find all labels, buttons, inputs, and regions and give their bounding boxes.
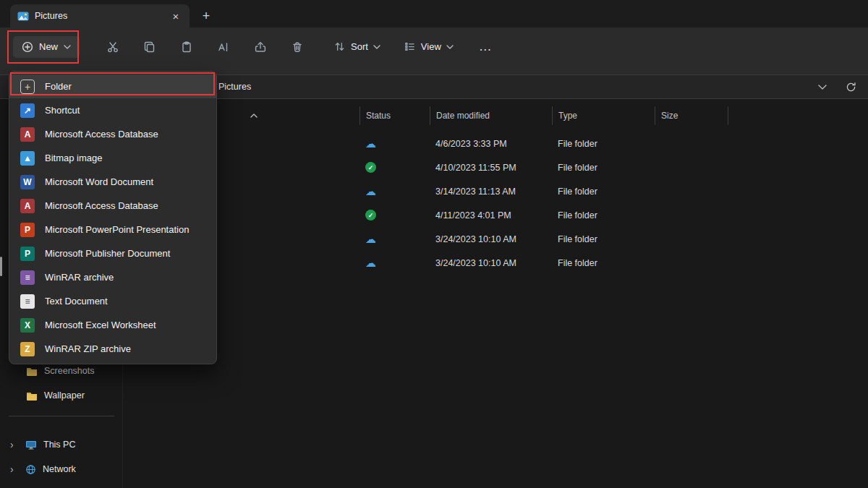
cell-type: File folder bbox=[552, 258, 655, 268]
sidebar-item-label: Network bbox=[43, 464, 76, 474]
column-header-size[interactable]: Size bbox=[655, 106, 728, 125]
file-explorer-window: Pictures × + New bbox=[0, 0, 868, 488]
file-list-panel: Status Date modified Type Size ☁ 4/6/202… bbox=[123, 99, 868, 488]
paste-button[interactable] bbox=[172, 34, 201, 60]
sidebar-item-wallpaper[interactable]: Wallpaper bbox=[0, 384, 122, 407]
menu-item[interactable]: P Microsoft PowerPoint Presentation bbox=[9, 218, 216, 241]
sidebar-item-label: Screenshots bbox=[44, 366, 94, 376]
sidebar-item-network[interactable]: › Network bbox=[0, 458, 122, 481]
cut-icon bbox=[106, 40, 119, 53]
refresh-icon[interactable] bbox=[846, 82, 856, 93]
rename-icon bbox=[217, 40, 230, 53]
column-header-type[interactable]: Type bbox=[552, 106, 655, 125]
copy-icon bbox=[143, 40, 156, 53]
file-row[interactable]: ☁ 3/14/2023 11:13 AM File folder bbox=[123, 179, 868, 203]
menu-item[interactable]: + Folder bbox=[9, 74, 216, 98]
view-icon bbox=[404, 40, 416, 53]
new-button[interactable]: New bbox=[13, 36, 80, 58]
file-row[interactable]: ✓ 4/11/2023 4:01 PM File folder bbox=[123, 203, 868, 227]
cell-date-modified: 4/11/2023 4:01 PM bbox=[430, 210, 552, 221]
cell-date-modified: 3/24/2023 10:10 AM bbox=[430, 258, 552, 268]
cell-status: ☁ bbox=[359, 234, 430, 245]
text-document-icon: ≡ bbox=[20, 294, 35, 309]
sidebar-item-label: Wallpaper bbox=[44, 390, 85, 401]
sidebar-item-label: This PC bbox=[43, 440, 75, 450]
cloud-status-icon: ☁ bbox=[365, 138, 376, 150]
cell-type: File folder bbox=[552, 234, 655, 244]
menu-item[interactable]: P Microsoft Publisher Document bbox=[9, 241, 216, 265]
see-more-button[interactable]: … bbox=[472, 34, 498, 60]
menu-item[interactable]: Z WinRAR ZIP archive bbox=[9, 337, 216, 361]
file-row[interactable]: ☁ 3/24/2023 10:10 AM File folder bbox=[123, 227, 868, 251]
cell-date-modified: 4/6/2023 3:33 PM bbox=[430, 139, 552, 149]
new-menu: + Folder ↗ Shortcut A Microsoft Access D… bbox=[9, 71, 217, 364]
menu-item[interactable]: ≡ Text Document bbox=[9, 289, 216, 313]
publisher-icon: P bbox=[20, 247, 35, 261]
view-button-label: View bbox=[421, 41, 441, 52]
folder-icon bbox=[26, 391, 38, 401]
address-dropdown-chevron-icon[interactable] bbox=[818, 85, 827, 90]
network-icon bbox=[25, 464, 36, 475]
winrar-archive-icon: ≡ bbox=[20, 270, 35, 285]
clipboard-tools bbox=[98, 34, 312, 60]
breadcrumb-location[interactable]: Pictures bbox=[218, 82, 251, 92]
file-row[interactable]: ☁ 4/6/2023 3:33 PM File folder bbox=[123, 132, 868, 155]
chevron-right-icon[interactable]: › bbox=[10, 440, 19, 450]
excel-icon: X bbox=[20, 318, 35, 333]
tab-pictures[interactable]: Pictures × bbox=[10, 4, 190, 27]
chevron-down-icon bbox=[373, 45, 380, 49]
menu-item[interactable]: ↗ Shortcut bbox=[9, 98, 216, 122]
file-row[interactable]: ☁ 3/24/2023 10:10 AM File folder bbox=[123, 251, 868, 275]
menu-item[interactable]: ≡ WinRAR archive bbox=[9, 265, 216, 289]
sidebar-scrollbar-thumb[interactable] bbox=[0, 257, 2, 276]
rename-button[interactable] bbox=[209, 34, 238, 60]
cell-date-modified: 4/10/2023 11:55 PM bbox=[430, 163, 552, 173]
chevron-right-icon[interactable]: › bbox=[10, 464, 19, 474]
menu-item[interactable]: A Microsoft Access Database bbox=[9, 194, 216, 218]
cell-status: ☁ bbox=[359, 257, 430, 269]
sidebar-item-this-pc[interactable]: › This PC bbox=[0, 433, 122, 456]
access-icon: A bbox=[20, 199, 35, 213]
cloud-status-icon: ☁ bbox=[365, 234, 376, 245]
powerpoint-icon: P bbox=[20, 223, 35, 237]
synced-status-icon: ✓ bbox=[365, 162, 376, 173]
pictures-tab-icon bbox=[17, 12, 29, 21]
menu-item[interactable]: ▲ Bitmap image bbox=[9, 146, 216, 170]
sort-ascending-icon bbox=[250, 114, 258, 118]
column-header-filler bbox=[728, 106, 868, 125]
chevron-down-icon bbox=[64, 45, 71, 49]
file-row[interactable]: ✓ 4/10/2023 11:55 PM File folder bbox=[123, 155, 868, 179]
titlebar: Pictures × + bbox=[0, 0, 868, 27]
access-icon: A bbox=[20, 127, 35, 142]
shortcut-icon: ↗ bbox=[20, 103, 35, 118]
cell-type: File folder bbox=[552, 139, 655, 149]
view-button[interactable]: View bbox=[396, 35, 461, 59]
share-button[interactable] bbox=[246, 34, 275, 60]
delete-button[interactable] bbox=[283, 34, 312, 60]
cell-type: File folder bbox=[552, 210, 655, 221]
bitmap-image-icon: ▲ bbox=[20, 151, 35, 166]
cut-button[interactable] bbox=[98, 34, 127, 60]
new-tab-button[interactable]: + bbox=[195, 5, 217, 27]
sort-button[interactable]: Sort bbox=[326, 35, 388, 59]
cell-date-modified: 3/14/2023 11:13 AM bbox=[430, 187, 552, 197]
column-header-status[interactable]: Status bbox=[359, 106, 430, 125]
sidebar-divider bbox=[9, 416, 114, 416]
trash-icon bbox=[291, 40, 304, 53]
chevron-down-icon bbox=[446, 45, 454, 49]
sort-icon bbox=[333, 40, 346, 53]
circle-plus-icon bbox=[22, 41, 33, 53]
copy-button[interactable] bbox=[135, 34, 164, 60]
tab-title: Pictures bbox=[35, 11, 162, 21]
tab-close-icon[interactable]: × bbox=[168, 8, 184, 24]
winrar-zip-icon: Z bbox=[20, 342, 35, 356]
menu-item[interactable]: W Microsoft Word Document bbox=[9, 170, 216, 194]
menu-item[interactable]: X Microsoft Excel Worksheet bbox=[9, 313, 216, 337]
address-bar-actions bbox=[818, 82, 868, 93]
cell-type: File folder bbox=[552, 187, 655, 197]
column-headers: Status Date modified Type Size bbox=[123, 106, 868, 125]
cell-status: ✓ bbox=[359, 210, 430, 221]
column-header-date-modified[interactable]: Date modified bbox=[430, 106, 552, 125]
computer-icon bbox=[25, 440, 37, 450]
menu-item[interactable]: A Microsoft Access Database bbox=[9, 122, 216, 146]
